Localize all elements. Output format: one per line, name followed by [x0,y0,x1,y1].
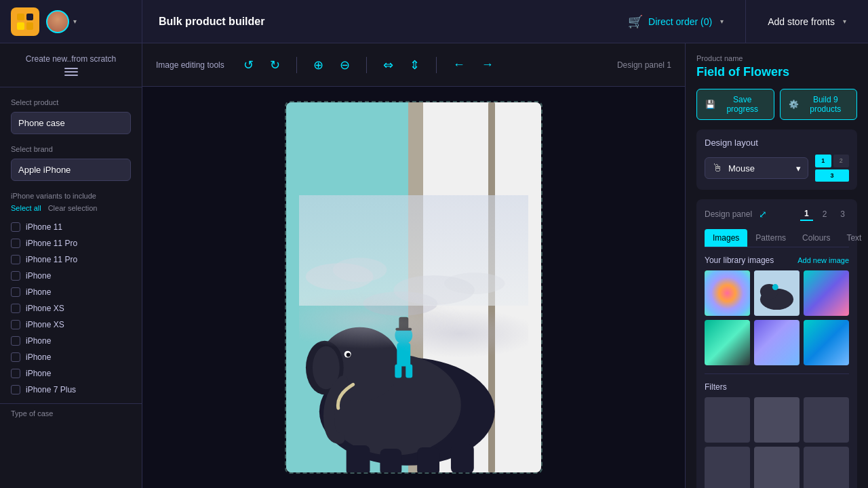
variants-label: iPhone variants to include [11,192,131,200]
elephant-illustration [299,195,528,473]
expand-icon[interactable]: ⤢ [759,209,767,220]
design-panel-header: Design panel ⤢ 1 2 3 [705,207,849,221]
list-item[interactable]: iPhone [11,284,131,300]
library-image-3[interactable] [804,270,849,316]
save-progress-button[interactable]: 💾 Save progress [696,89,774,120]
tab-patterns[interactable]: Patterns [747,229,794,247]
zoom-out-button[interactable]: ⊖ [337,55,353,75]
panel-num-1[interactable]: 1 [800,207,813,221]
menu-line-1 [64,68,78,69]
tab-colours[interactable]: Colours [794,229,838,247]
list-item[interactable]: iPhone XS [11,300,131,317]
rotate-left-button[interactable]: ← [450,55,468,75]
filter-thumb-2[interactable] [754,397,800,443]
variant-checkbox-7[interactable] [11,320,20,329]
type-of-case-label: Type of case [11,409,131,418]
list-item[interactable]: iPhone 11 Pro [11,235,131,251]
right-panel: Product name Field of Flowers 💾 Save pro… [685,43,868,488]
layout-dropdown[interactable]: 🖱 Mouse ▾ [705,157,808,179]
filter-thumb-5[interactable] [754,447,800,488]
image-tools-bar: Image editing tools ↺ ↻ ⊕ ⊖ ⇔ ⇕ ← → Desi… [142,43,685,87]
clear-selection-link[interactable]: Clear selection [48,204,98,212]
layout-dropdown-arrow: ▾ [796,163,801,174]
list-item[interactable]: iPhone 11 [11,219,131,235]
layout-cell-1[interactable]: 1 [815,155,831,167]
list-item[interactable]: iPhone 7 Plus [11,382,131,398]
tab-text[interactable]: Text [838,229,868,247]
filter-thumb-1[interactable] [705,397,750,443]
svg-rect-8 [380,448,401,472]
variant-checkbox-8[interactable] [11,336,20,346]
filter-thumb-3[interactable] [804,397,849,443]
build-icon: ⚙️ [789,100,799,109]
type-of-case-section: Type of case [0,403,142,423]
variant-checkbox-9[interactable] [11,352,20,362]
list-item[interactable]: iPhone [11,268,131,284]
design-tabs: Images Patterns Colours Text [705,229,849,247]
select-brand-label: Select brand [11,145,131,153]
main-content: Create new..from scratch Select product … [0,43,868,488]
avatar-area[interactable]: ▾ [46,10,77,33]
variant-name-9: iPhone [26,352,51,362]
variant-checkbox-2[interactable] [11,239,20,248]
product-canvas[interactable] [285,101,542,474]
library-image-5[interactable] [754,320,800,365]
select-all-link[interactable]: Select all [11,204,41,212]
filter-thumb-4[interactable] [705,447,750,488]
brand-select[interactable]: Apple iPhone [11,159,131,181]
undo-button[interactable]: ↺ [241,55,256,75]
library-image-1[interactable] [705,270,750,316]
design-layout-section: Design layout 🖱 Mouse ▾ 1 2 3 [696,129,857,190]
add-store-dropdown-icon: ▾ [843,18,846,25]
design-panel-label: Design panel 1 [617,60,671,70]
list-item[interactable]: iPhone 11 Pro [11,251,131,268]
header-actions: 🛒 Direct order (0) ▾ Add store fronts ▾ [606,0,868,43]
list-item[interactable]: iPhone [11,349,131,365]
add-new-image-link[interactable]: Add new image [797,256,849,264]
product-select[interactable]: Phone case [11,112,131,134]
library-image-2[interactable] [754,270,800,316]
layout-cell-2[interactable]: 2 [833,155,850,167]
layout-row: 🖱 Mouse ▾ 1 2 3 [705,155,849,182]
save-icon: 💾 [705,100,715,109]
redo-button[interactable]: ↻ [267,55,283,75]
rotate-right-button[interactable]: → [479,55,496,75]
flip-vertical-button[interactable]: ⇕ [407,55,422,75]
avatar [46,10,69,33]
library-image-4[interactable] [705,320,750,365]
add-store-fronts-button[interactable]: Add store fronts ▾ [746,0,868,43]
variant-checkbox-4[interactable] [11,271,20,281]
variant-checkbox-3[interactable] [11,255,20,264]
list-item[interactable]: iPhone [11,333,131,349]
tab-images[interactable]: Images [705,229,747,247]
panel-num-2[interactable]: 2 [818,208,831,220]
variant-name-4: iPhone [26,271,51,281]
list-item[interactable]: iPhone XS [11,317,131,333]
logo-icon [11,7,39,36]
filters-grid [705,397,849,488]
variant-checkbox-6[interactable] [11,304,20,313]
zoom-in-button[interactable]: ⊕ [311,55,326,75]
variant-checkbox-10[interactable] [11,369,20,378]
menu-lines [11,68,131,76]
list-item[interactable]: iPhone [11,365,131,382]
direct-order-button[interactable]: 🛒 Direct order (0) ▾ [606,0,746,43]
logo-area: ▾ [0,0,142,43]
panel-num-3[interactable]: 3 [836,208,849,220]
variant-name-10: iPhone [26,369,51,378]
header: ▾ Bulk product builder 🛒 Direct order (0… [0,0,868,43]
design-panel-title: Design panel [705,209,752,219]
variant-checkbox-1[interactable] [11,222,20,232]
svg-rect-10 [451,443,474,472]
phone-case-mockup [286,102,541,472]
variant-checkbox-11[interactable] [11,385,20,394]
layout-cell-3[interactable]: 3 [815,169,849,182]
filter-thumb-6[interactable] [804,447,849,488]
action-buttons: 💾 Save progress ⚙️ Build 9 products [696,89,857,120]
product-name-label: Product name [696,54,857,62]
build-products-button[interactable]: ⚙️ Build 9 products [780,89,858,120]
flip-horizontal-button[interactable]: ⇔ [380,55,396,75]
library-image-6[interactable] [804,320,849,365]
avatar-dropdown-icon[interactable]: ▾ [73,18,77,25]
variant-checkbox-5[interactable] [11,287,20,297]
